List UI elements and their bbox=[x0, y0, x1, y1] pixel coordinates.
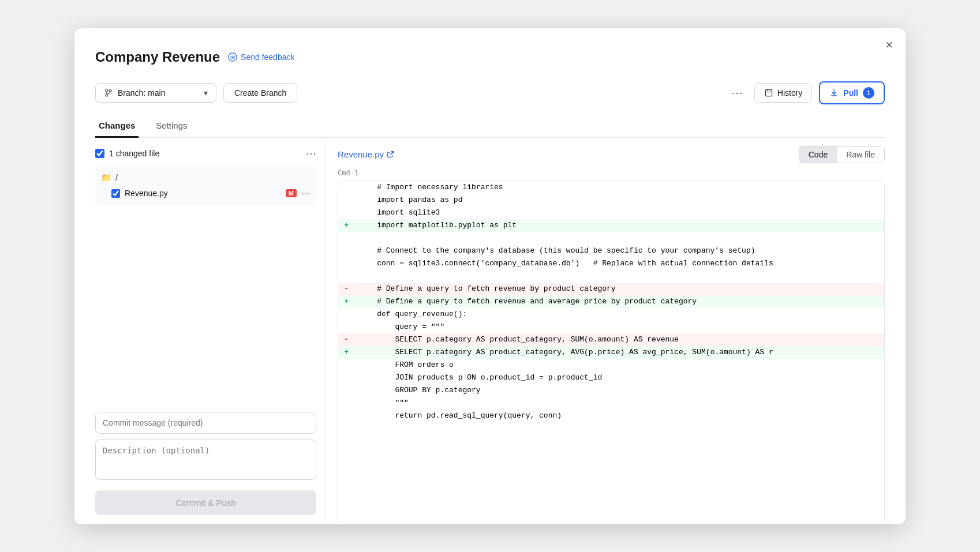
modal-header: Company Revenue ✉ Send feedback bbox=[95, 49, 885, 65]
line-content: import pandas as pd bbox=[354, 194, 884, 206]
code-line: import sqlite3 bbox=[338, 206, 884, 219]
code-line: JOIN products p ON o.product_id = p.prod… bbox=[338, 371, 884, 384]
chevron-down-icon: ▾ bbox=[204, 88, 208, 97]
feedback-icon: ✉ bbox=[228, 52, 237, 62]
spacer bbox=[95, 215, 316, 406]
code-line: + SELECT p.category AS product_category,… bbox=[338, 346, 884, 359]
line-marker bbox=[338, 245, 354, 257]
line-marker bbox=[338, 371, 354, 384]
code-line: - # Define a query to fetch revenue by p… bbox=[338, 283, 884, 295]
svg-rect-5 bbox=[765, 89, 772, 96]
line-content: import sqlite3 bbox=[354, 206, 884, 219]
svg-text:✉: ✉ bbox=[230, 54, 235, 61]
line-content bbox=[354, 270, 884, 283]
file-checkbox[interactable] bbox=[111, 189, 120, 198]
close-button[interactable]: × bbox=[885, 39, 893, 51]
tabs-bar: Changes Settings bbox=[95, 116, 885, 138]
raw-file-button[interactable]: Raw file bbox=[837, 147, 884, 163]
main-modal: Company Revenue ✉ Send feedback × Branch… bbox=[74, 28, 906, 524]
line-marker: - bbox=[338, 333, 354, 346]
line-content: SELECT p.category AS product_category, A… bbox=[354, 346, 884, 359]
line-content bbox=[354, 232, 884, 245]
line-marker bbox=[338, 206, 354, 219]
line-marker bbox=[338, 384, 354, 397]
pull-label: Pull bbox=[843, 88, 858, 97]
changed-files-label: 1 changed file bbox=[109, 149, 159, 158]
branch-icon bbox=[104, 88, 113, 97]
code-line: FROM orders o bbox=[338, 359, 884, 371]
all-files-checkbox[interactable] bbox=[95, 149, 104, 158]
code-line: import pandas as pd bbox=[338, 194, 884, 206]
folder-row: 📁 / bbox=[101, 170, 311, 185]
external-link-icon bbox=[387, 151, 394, 158]
tab-settings[interactable]: Settings bbox=[152, 116, 190, 138]
file-section-header: 1 changed file ⋯ bbox=[95, 147, 316, 160]
line-marker bbox=[338, 232, 354, 245]
file-more-button[interactable]: ⋯ bbox=[301, 188, 311, 199]
commit-push-button[interactable]: Commit & Push bbox=[95, 490, 316, 515]
code-line: """ bbox=[338, 397, 884, 410]
main-content: 1 changed file ⋯ 📁 / Revenue.py M ⋯ bbox=[95, 138, 885, 524]
folder-icon: 📁 bbox=[101, 172, 112, 183]
code-line bbox=[338, 270, 884, 283]
pull-icon bbox=[829, 88, 839, 97]
send-feedback-link[interactable]: ✉ Send feedback bbox=[228, 52, 294, 62]
branch-select[interactable]: Branch: main ▾ bbox=[95, 83, 216, 103]
toolbar: Branch: main ▾ Create Branch ⋯ History P… bbox=[95, 81, 885, 104]
cmd-label: Cmd 1 bbox=[338, 169, 885, 177]
line-content: GROUP BY p.category bbox=[354, 384, 884, 397]
line-marker: + bbox=[338, 219, 354, 232]
code-line: GROUP BY p.category bbox=[338, 384, 884, 397]
svg-point-4 bbox=[109, 89, 111, 92]
line-marker bbox=[338, 397, 354, 410]
file-name-link[interactable]: Revenue.py bbox=[338, 149, 394, 159]
pull-button[interactable]: Pull 1 bbox=[819, 81, 885, 104]
line-content: def query_revenue(): bbox=[354, 308, 884, 321]
line-marker bbox=[338, 270, 354, 283]
line-content: """ bbox=[354, 397, 884, 410]
line-marker bbox=[338, 181, 354, 194]
line-marker bbox=[338, 308, 354, 321]
code-line: def query_revenue(): bbox=[338, 308, 884, 321]
code-view-button[interactable]: Code bbox=[799, 147, 837, 163]
commit-message-input[interactable] bbox=[95, 412, 316, 434]
line-marker: - bbox=[338, 283, 354, 295]
more-options-button[interactable]: ⋯ bbox=[727, 84, 747, 102]
line-marker bbox=[338, 257, 354, 270]
line-marker bbox=[338, 321, 354, 333]
left-panel: 1 changed file ⋯ 📁 / Revenue.py M ⋯ bbox=[95, 138, 326, 524]
line-marker: + bbox=[338, 295, 354, 308]
code-line: # Connect to the company's database (thi… bbox=[338, 245, 884, 257]
tab-changes[interactable]: Changes bbox=[95, 116, 139, 138]
create-branch-button[interactable]: Create Branch bbox=[223, 83, 297, 103]
line-content: # Connect to the company's database (thi… bbox=[354, 245, 884, 257]
folder-label: / bbox=[115, 173, 118, 182]
branch-label: Branch: main bbox=[118, 88, 165, 97]
section-more-button[interactable]: ⋯ bbox=[306, 147, 316, 160]
svg-point-3 bbox=[106, 94, 108, 96]
line-content: FROM orders o bbox=[354, 359, 884, 371]
description-input[interactable] bbox=[95, 440, 316, 480]
file-header: Revenue.py Code Raw file bbox=[338, 146, 885, 163]
right-panel: Revenue.py Code Raw file Cmd 1 # Import … bbox=[326, 138, 885, 524]
modal-title: Company Revenue bbox=[95, 49, 220, 65]
code-line: conn = sqlite3.connect('company_database… bbox=[338, 257, 884, 270]
code-line: + import matplotlib.pyplot as plt bbox=[338, 219, 884, 232]
file-view-toggle: Code Raw file bbox=[799, 146, 885, 163]
line-content: # Define a query to fetch revenue and av… bbox=[354, 295, 884, 308]
line-content: SELECT p.category AS product_category, S… bbox=[354, 333, 884, 346]
code-line bbox=[338, 232, 884, 245]
file-name-label: Revenue.py bbox=[125, 189, 168, 198]
code-line: return pd.read_sql_query(query, conn) bbox=[338, 410, 884, 422]
code-line: - SELECT p.category AS product_category,… bbox=[338, 333, 884, 346]
history-button[interactable]: History bbox=[754, 83, 813, 103]
line-content: JOIN products p ON o.product_id = p.prod… bbox=[354, 371, 884, 384]
code-line: # Import necessary libraries bbox=[338, 181, 884, 194]
history-label: History bbox=[777, 88, 803, 97]
line-marker bbox=[338, 194, 354, 206]
code-line: query = """ bbox=[338, 321, 884, 333]
file-tree: 📁 / Revenue.py M ⋯ bbox=[95, 166, 316, 206]
history-icon bbox=[764, 88, 773, 97]
code-area[interactable]: # Import necessary libraries import pand… bbox=[338, 181, 885, 524]
svg-point-2 bbox=[106, 89, 108, 92]
